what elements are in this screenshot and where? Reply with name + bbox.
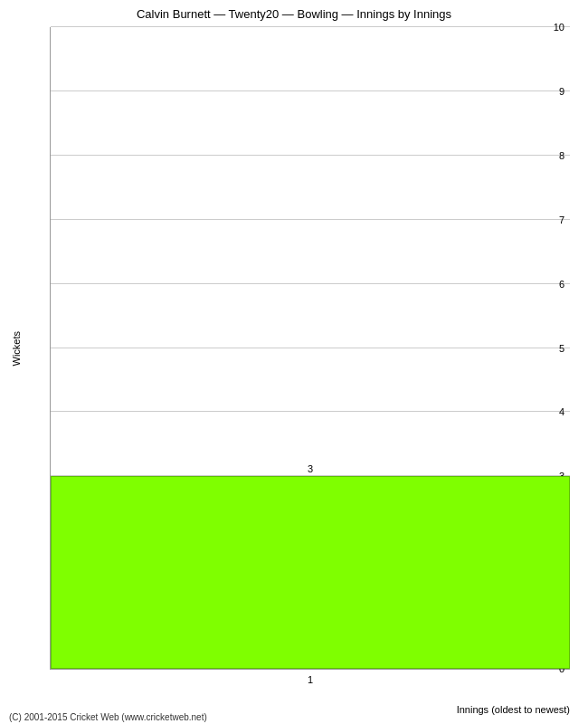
chart-title: Calvin Burnett — Twenty20 — Bowling — In… — [0, 0, 588, 24]
grid-line — [51, 90, 570, 91]
y-tick-label: 5 — [559, 343, 564, 354]
x-axis-label: Innings (oldest to newest) — [457, 704, 570, 715]
grid-line — [51, 26, 570, 27]
y-axis-label: Wickets — [11, 331, 22, 367]
grid-line — [51, 348, 570, 348]
x-tick-label: 1 — [308, 674, 313, 685]
grid-line — [51, 219, 570, 220]
y-tick-label: 9 — [559, 86, 564, 97]
copyright-label: (C) 2001-2015 Cricket Web (www.cricketwe… — [9, 712, 207, 722]
y-tick-label: 6 — [559, 279, 564, 290]
grid-line — [51, 411, 570, 412]
y-tick-label: 10 — [554, 22, 564, 33]
y-tick-label: 7 — [559, 214, 564, 225]
bar-0 — [51, 476, 570, 669]
grid-line — [51, 283, 570, 284]
y-tick-label: 4 — [559, 406, 564, 417]
chart-area: 01234567891031 — [50, 27, 570, 670]
bar-value-label: 3 — [308, 463, 313, 474]
grid-line — [51, 155, 570, 156]
chart-container: Calvin Burnett — Twenty20 — Bowling — In… — [0, 0, 588, 724]
y-tick-label: 8 — [559, 150, 564, 161]
